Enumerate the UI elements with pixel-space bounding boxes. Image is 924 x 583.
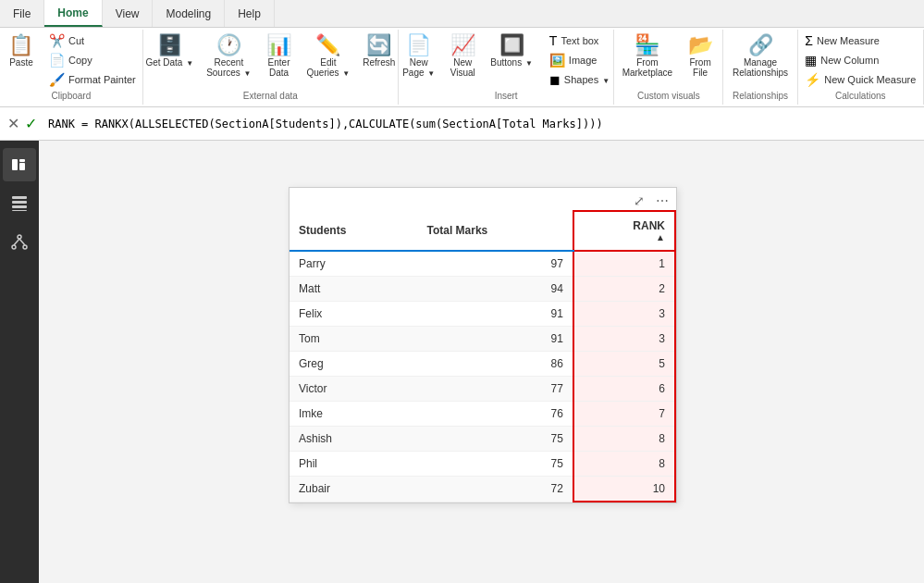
sidebar-item-model[interactable] [3,226,36,259]
svg-rect-1 [19,163,25,170]
cell-rank: 3 [573,302,675,327]
manage-relationships-button[interactable]: 🔗 ManageRelationships [727,31,794,81]
formula-input[interactable]: RANK = RANKX(ALLSELECTED(SectionA[Studen… [43,116,917,132]
paste-button[interactable]: 📋 Paste [1,31,42,71]
tab-help[interactable]: Help [225,0,275,27]
canvas: ⤢ ⋯ Students Total Marks RANK▲ Parry971M… [39,141,924,583]
cell-total-marks: 86 [417,352,573,377]
sidebar-item-data[interactable] [3,187,36,220]
svg-line-10 [14,239,19,245]
image-button[interactable]: 🖼️ Image [544,51,615,69]
format-painter-button[interactable]: 🖌️ Format Painter [43,70,142,89]
cell-student: Victor [290,377,417,402]
group-clipboard: 📋 Paste ✂️ Cut 📄 Copy 🖌️ Format Painter [0,30,143,105]
cell-student: Felix [290,302,417,327]
formula-bar: ✕ ✓ RANK = RANKX(ALLSELECTED(SectionA[St… [0,107,924,141]
data-icon [10,194,29,213]
cell-rank: 1 [573,251,675,277]
text-box-button[interactable]: T Text box [544,31,615,50]
cell-rank: 10 [573,477,675,502]
table-row: Matt942 [290,277,675,302]
model-icon [10,233,29,252]
cell-student: Tom [290,327,417,352]
table-row: Imke767 [290,402,675,427]
svg-rect-6 [12,210,27,211]
tab-home[interactable]: Home [44,0,102,27]
cell-rank: 8 [573,427,675,452]
from-marketplace-icon: 🏪 [634,35,659,56]
svg-line-11 [19,239,25,245]
formula-cancel-button[interactable]: ✕ [7,115,19,132]
cell-rank: 2 [573,277,675,302]
table-row: Parry971 [290,251,675,277]
edit-queries-button[interactable]: ✏️ EditQueries ▼ [302,31,356,81]
new-measure-button[interactable]: Σ New Measure [799,31,921,50]
shapes-button[interactable]: ◼ Shapes ▼ [544,70,615,89]
cell-rank: 8 [573,452,675,477]
table-row: Greg865 [290,352,675,377]
new-column-icon: ▦ [805,53,817,68]
expand-button[interactable]: ⤢ [630,192,648,210]
new-column-button[interactable]: ▦ New Column [799,51,921,69]
format-painter-icon: 🖌️ [49,72,65,87]
cell-student: Phil [290,452,417,477]
manage-relationships-icon: 🔗 [748,35,773,56]
paste-icon: 📋 [8,35,33,56]
data-table: Students Total Marks RANK▲ Parry971Matt9… [290,210,676,502]
refresh-button[interactable]: 🔄 Refresh [357,31,400,71]
svg-point-8 [12,245,16,249]
group-external-data: 🗄️ Get Data ▼ 🕐 RecentSources ▼ 📊 EnterD… [143,30,399,105]
formula-confirm-button[interactable]: ✓ [25,115,37,132]
cell-total-marks: 94 [417,277,573,302]
buttons-button[interactable]: 🔲 Buttons ▼ [485,31,538,71]
cell-total-marks: 76 [417,402,573,427]
cell-rank: 3 [573,327,675,352]
cell-total-marks: 77 [417,377,573,402]
more-options-button[interactable]: ⋯ [652,192,672,210]
svg-point-7 [18,235,21,239]
svg-rect-3 [12,196,27,199]
recent-sources-button[interactable]: 🕐 RecentSources ▼ [201,31,256,81]
new-quick-measure-icon: ⚡ [805,72,820,87]
new-page-button[interactable]: 📄 NewPage ▼ [397,31,440,81]
tab-view[interactable]: View [103,0,154,27]
svg-rect-2 [19,159,25,162]
column-header-total-marks[interactable]: Total Marks [417,211,573,251]
get-data-icon: 🗄️ [157,35,182,56]
table-row: Phil758 [290,452,675,477]
cell-student: Ashish [290,427,417,452]
cell-total-marks: 75 [417,427,573,452]
svg-rect-5 [12,205,27,208]
copy-button[interactable]: 📄 Copy [43,51,142,69]
get-data-button[interactable]: 🗄️ Get Data ▼ [140,31,199,71]
buttons-icon: 🔲 [499,35,524,56]
report-icon [10,155,29,174]
left-sidebar [0,141,39,583]
sidebar-item-report[interactable] [3,148,36,181]
column-header-rank[interactable]: RANK▲ [573,211,675,251]
cell-total-marks: 97 [417,251,573,277]
svg-rect-0 [12,159,18,170]
table-row: Ashish758 [290,427,675,452]
group-insert: 📄 NewPage ▼ 📈 NewVisual 🔲 Buttons ▼ T Te… [399,30,614,105]
tab-file[interactable]: File [0,0,44,27]
shapes-icon: ◼ [549,72,561,87]
refresh-icon: 🔄 [366,35,391,56]
enter-data-button[interactable]: 📊 EnterData [259,31,300,81]
column-header-students[interactable]: Students [290,211,417,251]
ribbon: File Home View Modeling Help 📋 Paste ✂️ … [0,0,924,107]
enter-data-icon: 📊 [266,35,291,56]
new-visual-button[interactable]: 📈 NewVisual [442,31,483,81]
table-row: Felix913 [290,302,675,327]
table-row: Victor776 [290,377,675,402]
cell-total-marks: 91 [417,302,573,327]
tab-modeling[interactable]: Modeling [153,0,225,27]
new-quick-measure-button[interactable]: ⚡ New Quick Measure [799,70,921,89]
edit-queries-icon: ✏️ [315,35,340,56]
from-marketplace-button[interactable]: 🏪 FromMarketplace [617,31,678,81]
ribbon-content: 📋 Paste ✂️ Cut 📄 Copy 🖌️ Format Painter [0,28,924,106]
from-file-button[interactable]: 📂 FromFile [680,31,721,81]
cut-button[interactable]: ✂️ Cut [43,31,142,50]
svg-point-9 [23,245,27,249]
text-box-icon: T [549,33,558,48]
